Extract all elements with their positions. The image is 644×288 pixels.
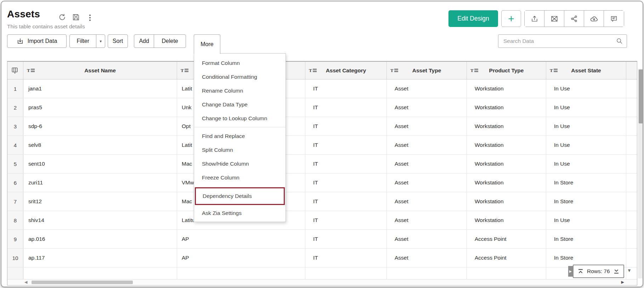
- scroll-down-icon[interactable]: ▼: [627, 268, 632, 273]
- product-type-cell[interactable]: Workstation: [467, 211, 546, 229]
- feedback-button[interactable]: [604, 11, 624, 27]
- table-row[interactable]: 8 shiv14 Latitude E7470 IT Asset Worksta…: [7, 211, 637, 230]
- model-cell[interactable]: AP: [177, 249, 305, 267]
- menu-item-find-and-replace[interactable]: Find and Replace: [194, 129, 286, 143]
- asset-state-cell[interactable]: In Use: [546, 136, 626, 154]
- go-to-top-icon[interactable]: [578, 268, 583, 274]
- vertical-scrollbar[interactable]: [638, 69, 643, 278]
- asset-name-cell[interactable]: sdp-6: [23, 117, 177, 135]
- search-icon[interactable]: [616, 37, 623, 45]
- model-cell[interactable]: AP: [177, 230, 305, 248]
- asset-type-cell[interactable]: Asset: [387, 98, 467, 117]
- table-row[interactable]: 2 pras5 Unk IT Asset Workstation In Use: [7, 98, 637, 117]
- asset-category-cell[interactable]: IT: [305, 173, 387, 192]
- table-row[interactable]: 6 zuri11 VMw IT Asset Workstation In Sto…: [7, 173, 637, 192]
- asset-type-cell[interactable]: Asset: [387, 117, 467, 135]
- menu-item-change-data-type[interactable]: Change Data Type: [194, 98, 286, 111]
- select-all-header-cell[interactable]: [7, 62, 23, 79]
- save-icon[interactable]: [72, 13, 80, 21]
- go-to-bottom-icon[interactable]: [614, 268, 619, 274]
- email-button[interactable]: [544, 11, 564, 27]
- menu-item-format-column[interactable]: Format Column: [194, 56, 286, 70]
- search-input[interactable]: [498, 34, 627, 48]
- product-type-cell[interactable]: Workstation: [467, 192, 546, 211]
- publish-button[interactable]: [584, 11, 604, 27]
- menu-item-conditional-formatting[interactable]: Conditional Formatting: [194, 70, 286, 84]
- column-header-asset-type[interactable]: T Asset Type: [387, 62, 467, 79]
- table-row[interactable]: 10 ap.117 AP IT Asset Access Point In St…: [7, 249, 637, 267]
- asset-category-cell[interactable]: IT: [305, 155, 387, 173]
- asset-state-cell[interactable]: In Use: [546, 211, 626, 229]
- product-type-cell[interactable]: Access Point: [467, 230, 546, 248]
- asset-state-cell[interactable]: In Use: [546, 117, 626, 135]
- menu-item-dependency-details[interactable]: Dependency Details: [196, 188, 284, 204]
- table-row[interactable]: 3 sdp-6 Opt IT Asset Workstation In Use: [7, 117, 637, 136]
- menu-item-split-column[interactable]: Split Column: [194, 143, 286, 157]
- asset-category-cell[interactable]: IT: [305, 98, 387, 117]
- asset-type-cell[interactable]: Asset: [387, 230, 467, 248]
- asset-type-cell[interactable]: Asset: [387, 249, 467, 267]
- horizontal-scrollbar[interactable]: ◀ ▶: [7, 279, 637, 285]
- asset-name-cell[interactable]: ap.016: [23, 230, 177, 248]
- product-type-cell[interactable]: Access Point: [467, 249, 546, 267]
- product-type-cell[interactable]: Workstation: [467, 155, 546, 173]
- asset-category-cell[interactable]: IT: [305, 79, 387, 98]
- horizontal-scrollbar-thumb[interactable]: [32, 281, 133, 284]
- row-number-cell[interactable]: 7: [7, 192, 23, 211]
- menu-item-show-hide-column[interactable]: Show/Hide Column: [194, 157, 286, 171]
- menu-item-ask-zia-settings[interactable]: Ask Zia Settings: [194, 206, 286, 220]
- filter-button[interactable]: Filter: [70, 35, 96, 48]
- row-number-cell[interactable]: 2: [7, 98, 23, 117]
- row-number-cell[interactable]: 3: [7, 117, 23, 135]
- product-type-cell[interactable]: Workstation: [467, 117, 546, 135]
- asset-state-cell[interactable]: In Use: [546, 98, 626, 117]
- menu-item-rename-column[interactable]: Rename Column: [194, 84, 286, 98]
- share-button[interactable]: [564, 11, 584, 27]
- row-number-cell[interactable]: 6: [7, 173, 23, 192]
- asset-state-cell[interactable]: In Store: [546, 230, 626, 248]
- column-header-asset-name[interactable]: T Asset Name: [23, 62, 177, 79]
- edit-design-button[interactable]: Edit Design: [448, 10, 498, 27]
- table-row[interactable]: 1 jana1 Latit IT Asset Workstation In Us…: [7, 79, 637, 98]
- asset-name-cell[interactable]: jana1: [23, 79, 177, 98]
- asset-type-cell[interactable]: Asset: [387, 173, 467, 192]
- asset-type-cell[interactable]: Asset: [387, 192, 467, 211]
- asset-name-cell[interactable]: srit12: [23, 192, 177, 211]
- menu-item-change-to-lookup-column[interactable]: Change to Lookup Column: [194, 111, 286, 125]
- asset-name-cell[interactable]: shiv14: [23, 211, 177, 229]
- import-data-button[interactable]: Import Data: [7, 34, 67, 48]
- scroll-left-icon[interactable]: ◀: [24, 280, 27, 284]
- product-type-cell[interactable]: Workstation: [467, 173, 546, 192]
- row-number-cell[interactable]: 5: [7, 155, 23, 173]
- product-type-cell[interactable]: Workstation: [467, 136, 546, 154]
- scroll-right-icon[interactable]: ▶: [621, 280, 624, 284]
- filter-dropdown-arrow-icon[interactable]: ▾: [96, 35, 105, 48]
- column-header-asset-state[interactable]: T Asset State: [546, 62, 626, 79]
- asset-type-cell[interactable]: Asset: [387, 155, 467, 173]
- table-row[interactable]: 9 ap.016 AP IT Asset Access Point In Sto…: [7, 230, 637, 249]
- vertical-scrollbar-thumb[interactable]: [639, 70, 643, 123]
- asset-category-cell[interactable]: IT: [305, 136, 387, 154]
- asset-type-cell[interactable]: Asset: [387, 79, 467, 98]
- asset-category-cell[interactable]: IT: [305, 117, 387, 135]
- asset-name-cell[interactable]: sent10: [23, 155, 177, 173]
- row-number-cell[interactable]: 8: [7, 211, 23, 229]
- kebab-menu-icon[interactable]: [89, 14, 91, 22]
- product-type-cell[interactable]: Workstation: [467, 98, 546, 117]
- row-number-cell[interactable]: 10: [7, 249, 23, 267]
- asset-name-cell[interactable]: selv8: [23, 136, 177, 154]
- asset-name-cell[interactable]: pras5: [23, 98, 177, 117]
- asset-state-cell[interactable]: In Use: [546, 155, 626, 173]
- menu-item-freeze-column[interactable]: Freeze Column: [194, 171, 286, 184]
- column-header-product-type[interactable]: T Product Type: [467, 62, 546, 79]
- delete-button[interactable]: Delete: [154, 35, 186, 48]
- asset-category-cell[interactable]: IT: [305, 249, 387, 267]
- asset-category-cell[interactable]: IT: [305, 211, 387, 229]
- row-number-cell[interactable]: 1: [7, 79, 23, 98]
- asset-state-cell[interactable]: In Use: [546, 79, 626, 98]
- product-type-cell[interactable]: Workstation: [467, 79, 546, 98]
- asset-name-cell[interactable]: ap.117: [23, 249, 177, 267]
- row-number-cell[interactable]: 9: [7, 230, 23, 248]
- collapse-rows-widget-icon[interactable]: ▶: [568, 266, 573, 277]
- more-button[interactable]: More: [194, 34, 220, 54]
